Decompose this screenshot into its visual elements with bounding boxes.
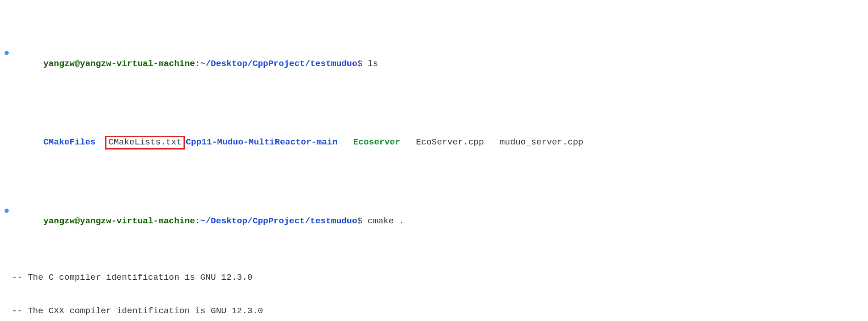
bullet-icon [5, 51, 9, 55]
terminal[interactable]: yangzw@yangzw-virtual-machine:~/Desktop/… [0, 0, 868, 321]
cmake-output: -- The C compiler identification is GNU … [4, 272, 868, 283]
prompt-line-ls: yangzw@yangzw-virtual-machine:~/Desktop/… [4, 47, 868, 81]
exe-ecoserver: Ecoserver [353, 137, 401, 147]
ls-output: CMakeFiles CMakeLists.txtCpp11-Muduo-Mul… [4, 126, 868, 160]
dir-cmakefiles: CMakeFiles [43, 137, 95, 147]
prompt-line-cmake: yangzw@yangzw-virtual-machine:~/Desktop/… [4, 205, 868, 238]
file-ecoservercpp: EcoServer.cpp [416, 137, 484, 147]
prompt-path: ~/Desktop/CppProject/testmuduo [200, 59, 357, 69]
dir-cpp11: Cpp11-Muduo-MultiReactor-main [186, 137, 338, 147]
highlight-cmakelists: CMakeLists.txt [105, 136, 185, 149]
prompt-userhost: yangzw@yangzw-virtual-machine [43, 59, 195, 69]
command-cmake: cmake . [367, 216, 404, 226]
command-ls: ls [367, 59, 378, 69]
cmake-output: -- The CXX compiler identification is GN… [4, 305, 868, 317]
bullet-icon [5, 209, 9, 213]
file-muduoservercpp: muduo_server.cpp [500, 137, 583, 147]
